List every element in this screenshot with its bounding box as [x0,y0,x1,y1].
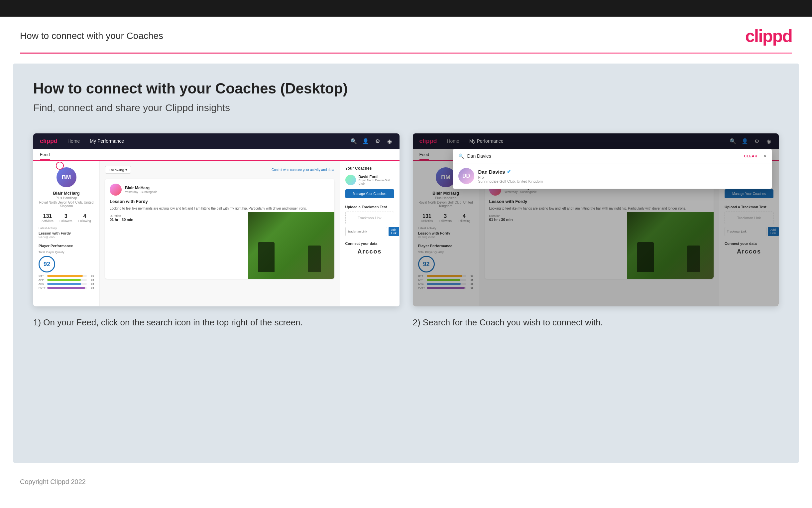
lesson-photo-1 [248,212,334,279]
perf-quality-label: Total Player Quality [39,251,94,254]
app-body-1: BM Blair McHarg Plus Handicap Royal Nort… [33,161,399,306]
step-1-description: 1) On your Feed, click on the search ico… [33,316,399,328]
result-info: Dan Davies ✔ Pro Sunningdale Golf Club, … [478,169,543,183]
arccos-logo-1: Arccos [345,248,394,255]
screenshots-row: clippd Home My Performance 🔍 👤 ⚙ ◉ Feed [33,133,779,328]
following-button[interactable]: Following ▾ [105,166,131,174]
control-link[interactable]: Control who can see your activity and da… [272,168,334,172]
nav-item-home-1[interactable]: Home [67,138,80,144]
arg-bar: ARG 86 [39,283,94,286]
app-feed-1: Following ▾ Control who can see your act… [100,161,340,306]
result-club: Sunningdale Golf Club, United Kingdom [478,179,543,183]
coach-entry-pic-1 [345,175,356,185]
duration-info: Duration 01 hr : 30 min [110,214,133,221]
ott-bar: OTT 90 [39,274,94,278]
profile-name-1: Blair McHarg [39,190,94,196]
upload-trackman-title-1: Upload a Trackman Test [345,205,394,209]
profile-club-1: Royal North Devon Golf Club, United King… [39,201,94,208]
step-1-text: 1) On your Feed, click on the search ico… [33,316,399,328]
trackman-input-1[interactable] [345,227,387,236]
duration-value: 01 hr : 30 min [110,218,133,221]
screenshot-panel-2: clippd Home My Performance 🔍 👤 ⚙ ◉ 🔍 [413,133,779,328]
following-row-1: Following ▾ Control who can see your act… [105,166,334,174]
step-2-text: 2) Search for the Coach you wish to conn… [413,316,779,328]
verified-icon: ✔ [507,169,511,174]
search-icon-nav[interactable]: 🔍 [350,138,357,144]
lesson-header-1: Blair McHarg Yesterday · Sunningdale [110,184,330,196]
following-label: Following [109,168,124,172]
putt-bar: PUTT 96 [39,287,94,289]
figure-golfer-1 [258,242,275,272]
step-2-body: Search for the Coach you wish to connect… [423,318,603,327]
search-bar: 🔍 Dan Davies CLEAR × [453,149,772,163]
latest-activity-label: Latest Activity [39,226,94,230]
latest-activity-title: Lesson with Fordy [39,231,94,235]
step-2-description: 2) Search for the Coach you wish to conn… [413,316,779,328]
app-right-1: Your Coaches David Ford Royal North Devo… [340,161,399,306]
close-button[interactable]: × [763,153,766,159]
your-coaches-title-1: Your Coaches [345,166,394,171]
app-bar: APP 85 [39,279,94,282]
player-perf-title: Player Performance [39,244,94,248]
photo-figures-1 [248,212,334,279]
connect-data-title-1: Connect your data [345,242,394,246]
feed-tab-1: Feed [33,149,399,161]
search-input-text[interactable]: Dan Davies [467,153,741,159]
footer: Copyright Clippd 2022 [0,473,812,491]
coach-info-1: Blair McHarg Yesterday · Sunningdale [125,186,157,194]
activities-stat: 131 Activities [42,213,53,222]
clear-button[interactable]: CLEAR [744,154,757,158]
clippd-logo: clippd [745,26,792,46]
manage-coaches-btn-1[interactable]: Manage Your Coaches [345,189,394,198]
coach-entry-name-1: David Ford [359,175,394,179]
activities-label: Activities [42,219,53,222]
lesson-card-1: Blair McHarg Yesterday · Sunningdale Les… [105,179,334,279]
header: How to connect with your Coaches clippd [0,17,812,52]
coach-pic-1 [110,184,122,196]
stats-row-1: 131 Activities 3 Followers 4 Following [39,213,94,222]
step-1-body: On your Feed, click on the search icon i… [43,318,302,327]
page-title: How to connect with your Coaches [20,31,163,41]
lesson-title-1: Lesson with Fordy [110,199,330,204]
profile-pic-1: BM [56,167,77,187]
following-num: 4 [79,213,91,219]
add-link-btn-1[interactable]: Add Link [389,227,399,236]
settings-icon-nav[interactable]: ⚙ [374,138,381,144]
coach-entry-1: David Ford Royal North Devon Golf Club [345,175,394,185]
main-subheading: Find, connect and share your Clippd insi… [33,102,779,114]
feed-tab-label[interactable]: Feed [40,152,50,160]
followers-num: 3 [59,213,73,219]
following-stat: 4 Following [79,213,91,222]
header-divider [20,52,792,53]
coach-entry-info-1: David Ford Royal North Devon Golf Club [359,175,394,185]
screenshot-panel-1: clippd Home My Performance 🔍 👤 ⚙ ◉ Feed [33,133,399,328]
trackman-input-row-1: Add Link [345,227,394,236]
app-screenshot-2: clippd Home My Performance 🔍 👤 ⚙ ◉ 🔍 [413,133,779,306]
app-logo-1: clippd [40,138,57,145]
profile-handicap-1: Plus Handicap [39,196,94,200]
latest-activity-1: Latest Activity Lesson with Fordy 03 Aug… [39,226,94,239]
result-pic: DD [458,168,474,184]
duration-label: Duration [110,214,133,218]
highlight-circle [56,162,64,170]
followers-stat: 3 Followers [59,213,73,222]
following-chevron-icon: ▾ [125,168,127,172]
step-1-number: 1) [33,318,41,327]
lesson-body-1: Looking to feel like my hands are exitin… [110,206,330,211]
perf-bars: OTT 90 APP 85 ARG [39,274,94,289]
result-name: Dan Davies ✔ [478,169,543,175]
activities-num: 131 [42,213,53,219]
search-result[interactable]: DD Dan Davies ✔ Pro Sunningdale Golf Clu… [453,163,772,188]
result-role: Pro [478,175,543,179]
nav-item-performance-1[interactable]: My Performance [90,138,124,144]
coach-name-1: Blair McHarg [125,186,157,190]
profile-icon-nav[interactable]: ◉ [386,138,393,144]
following-label: Following [79,219,91,222]
main-content: How to connect with your Coaches (Deskto… [13,64,799,463]
search-icon-overlay: 🔍 [458,153,464,159]
user-icon-nav[interactable]: 👤 [362,138,369,144]
app-nav-1: clippd Home My Performance 🔍 👤 ⚙ ◉ [33,133,399,149]
search-overlay: 🔍 Dan Davies CLEAR × DD Dan Davies ✔ Pro [453,149,772,189]
followers-label: Followers [59,219,73,222]
latest-activity-date: 03 Aug 2022 [39,235,94,239]
